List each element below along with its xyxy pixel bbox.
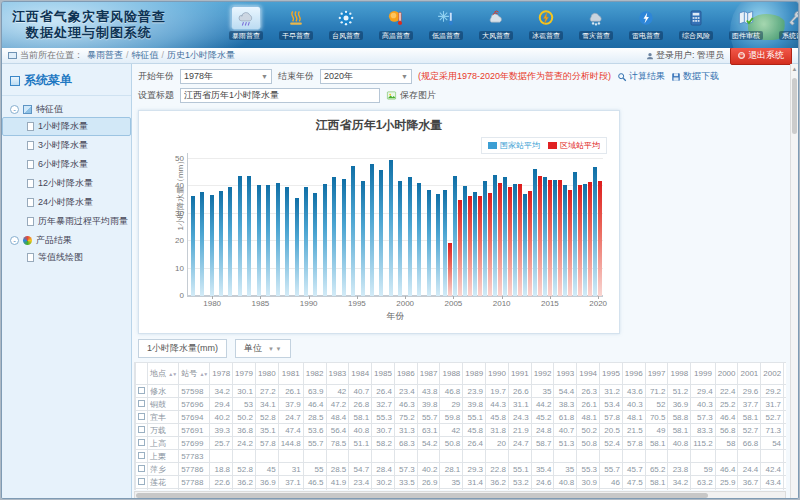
col-header-year[interactable]: 1994 <box>577 363 600 385</box>
bar-group-1985 <box>254 153 263 296</box>
row-checkbox[interactable] <box>138 426 145 433</box>
tree-item-24小时降水量[interactable]: 24小时降水量 <box>2 193 131 212</box>
logout-button[interactable]: ⏻ 退出系统 <box>730 47 792 65</box>
nav-item-typhoon[interactable]: 台风普查 <box>321 6 371 40</box>
row-checkbox[interactable] <box>138 452 145 459</box>
data-cell <box>255 450 278 463</box>
col-header-year[interactable]: 1978 <box>210 363 233 385</box>
col-header-year[interactable]: 1985 <box>372 363 395 385</box>
data-cell: 52.4 <box>600 437 623 450</box>
tree-item-3小时降水量[interactable]: 3小时降水量 <box>2 136 131 155</box>
sidebar-tree: -特征值1小时降水量3小时降水量6小时降水量12小时降水量24小时降水量历年暴雨… <box>2 100 131 267</box>
bar-group-2013 <box>523 153 533 296</box>
end-year-select[interactable]: 2020年▼ <box>320 69 412 84</box>
data-table-viewport[interactable]: 地点 ▲▼站号 ▲▼197819791980198119821983198419… <box>134 362 786 490</box>
tree-expander-icon[interactable]: - <box>10 236 19 245</box>
col-header-year[interactable]: 1993 <box>554 363 577 385</box>
vertical-scrollbar-thumb[interactable] <box>792 78 797 134</box>
nav-item-hail[interactable]: 冰雹普查 <box>521 6 571 40</box>
col-header-year[interactable]: 1988 <box>440 363 463 385</box>
nav-item-high-temp[interactable]: 高温普查 <box>371 6 421 40</box>
table-filter-box[interactable]: 1小时降水量(mm) <box>138 339 227 358</box>
data-cell: 65.2 <box>645 463 668 476</box>
data-cell: 30.7 <box>372 424 395 437</box>
tree-item-1小时降水量[interactable]: 1小时降水量 <box>2 117 131 136</box>
col-header-year[interactable]: 1982 <box>303 363 326 385</box>
table-row-铜鼓: 铜鼓5769629.45334.137.946.447.226.832.746.… <box>136 398 787 411</box>
col-header-year[interactable]: 1981 <box>278 363 303 385</box>
col-header-year[interactable]: 1980 <box>255 363 278 385</box>
col-header-year[interactable]: 1999 <box>691 363 715 385</box>
vertical-scrollbar[interactable]: ▲ <box>790 64 798 499</box>
col-header-year[interactable]: 1995 <box>600 363 623 385</box>
tree-item-12小时降水量[interactable]: 12小时降水量 <box>2 174 131 193</box>
nav-item-settings[interactable]: 系统设置 <box>771 6 798 40</box>
col-header-place[interactable]: 地点 ▲▼ <box>148 363 179 385</box>
col-header-year[interactable]: 1979 <box>233 363 256 385</box>
scroll-up-icon[interactable]: ▲ <box>791 64 798 74</box>
data-cell: 44.3 <box>486 398 509 411</box>
nav-item-calculator[interactable]: 综合风险 <box>671 6 721 40</box>
tree-item-6小时降水量[interactable]: 6小时降水量 <box>2 155 131 174</box>
col-header-year[interactable]: 1997 <box>645 363 668 385</box>
unit-select[interactable]: 单位▼ ▼ <box>235 339 291 358</box>
data-download-button[interactable]: 数据下载 <box>671 70 719 83</box>
chart-title-input[interactable] <box>180 88 380 103</box>
breadcrumb-link[interactable]: 特征值 <box>132 50 159 60</box>
nav-item-label: 图件审核 <box>729 31 763 40</box>
data-cell <box>440 450 463 463</box>
nav-item-gale[interactable]: 大风普查 <box>471 6 521 40</box>
col-header-year[interactable]: 2001 <box>738 363 761 385</box>
row-checkbox[interactable] <box>138 413 145 420</box>
tree-item-历年暴雨过程平均雨量[interactable]: 历年暴雨过程平均雨量 <box>2 212 131 231</box>
tree-node-特征值[interactable]: -特征值 <box>2 100 131 117</box>
nav-item-snow[interactable]: 雪灾普查 <box>571 6 621 40</box>
row-checkbox[interactable] <box>138 478 145 485</box>
col-header-year[interactable]: 1983 <box>326 363 349 385</box>
nav-item-rainstorm[interactable]: 暴雨普查 <box>221 6 271 40</box>
row-checkbox[interactable] <box>138 400 145 407</box>
save-image-button[interactable]: 保存图片 <box>386 89 436 102</box>
low-temp-icon <box>436 8 456 28</box>
calc-result-button[interactable]: 计算结果 <box>617 70 665 83</box>
col-header-station[interactable]: 站号 ▲▼ <box>179 363 210 385</box>
breadcrumb-link[interactable]: 历史1小时降水量 <box>167 50 235 60</box>
tree-expander-icon[interactable]: - <box>10 105 19 114</box>
col-header-year[interactable]: 1992 <box>531 363 554 385</box>
breadcrumb-link[interactable]: 暴雨普查 <box>87 50 123 60</box>
row-checkbox[interactable] <box>138 387 145 394</box>
data-cell <box>463 450 486 463</box>
horizontal-scrollbar[interactable] <box>134 491 786 499</box>
col-header-year[interactable]: 2000 <box>715 363 738 385</box>
data-cell: 54.2 <box>417 437 440 450</box>
col-header-year[interactable]: 2002 <box>761 363 784 385</box>
data-cell: 31.7 <box>761 398 784 411</box>
bar-group-2001 <box>405 153 414 296</box>
bar-国家站平均-2012 <box>513 184 517 296</box>
breadcrumb-prefix: 当前所在位置： <box>20 49 83 62</box>
col-header-year[interactable]: 1990 <box>486 363 509 385</box>
col-header-year[interactable]: 1991 <box>508 363 531 385</box>
data-cell: 29.3 <box>463 463 486 476</box>
row-checkbox[interactable] <box>138 439 145 446</box>
horizontal-scrollbar-thumb[interactable] <box>136 493 708 498</box>
tree-item-等值线绘图[interactable]: 等值线绘图 <box>2 248 131 267</box>
nav-item-drought[interactable]: 干旱普查 <box>271 6 321 40</box>
col-header-year[interactable]: 1998 <box>668 363 691 385</box>
col-header-year[interactable]: 1984 <box>349 363 372 385</box>
tree-node-产品结果[interactable]: -产品结果 <box>2 231 131 248</box>
col-header-year[interactable]: 2003 <box>784 363 786 385</box>
data-cell: 54.8 <box>784 398 786 411</box>
row-checkbox[interactable] <box>138 465 145 472</box>
nav-item-lightning[interactable]: 雷电普查 <box>621 6 671 40</box>
nav-item-map-review[interactable]: 图件审核 <box>721 6 771 40</box>
data-cell: 29.2 <box>761 385 784 398</box>
col-header-year[interactable]: 1987 <box>417 363 440 385</box>
col-header-year[interactable]: 1996 <box>622 363 645 385</box>
col-header-year[interactable]: 1986 <box>394 363 417 385</box>
nav-item-low-temp[interactable]: 低温普查 <box>421 6 471 40</box>
x-tick-label: 2010 <box>493 299 511 308</box>
col-header-year[interactable]: 1989 <box>463 363 486 385</box>
data-cell: 52.8 <box>349 489 372 491</box>
start-year-select[interactable]: 1978年▼ <box>180 69 272 84</box>
